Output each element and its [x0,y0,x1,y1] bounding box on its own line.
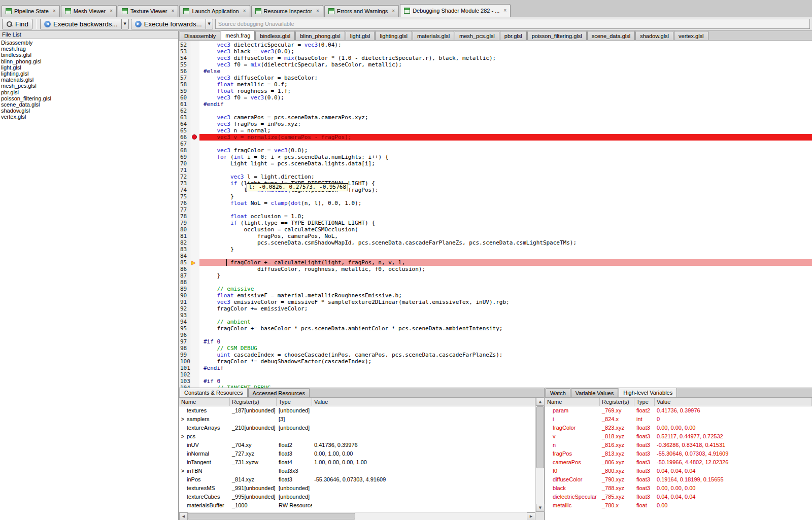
code-line[interactable] [199,332,812,338]
line-number[interactable]: 100 [179,358,190,365]
line-number[interactable]: 98 [179,345,190,352]
table-row-black[interactable]: >black_788.xyzfloat30.00, 0.00, 0.00 [545,484,812,493]
line-number[interactable]: 77 [179,206,190,213]
line-number[interactable]: 72 [179,174,190,180]
gutter-margin[interactable] [190,174,199,180]
line-number[interactable]: 56 [179,68,190,75]
gutter-margin[interactable] [190,246,199,253]
window-tab-mesh-viewer[interactable]: Mesh Viewer× [61,5,117,17]
code-line[interactable]: #endif [199,101,812,108]
close-icon[interactable]: × [172,9,175,14]
gutter-margin[interactable] [190,371,199,378]
line-number[interactable]: 57 [179,75,190,81]
gutter-margin[interactable] [190,101,199,108]
gutter-margin[interactable] [190,299,199,305]
table-row-fragcolor[interactable]: >fragColor_823.xyzfloat30.00, 0.00, 0.00 [545,424,812,432]
code-line[interactable] [199,167,812,174]
gutter-margin[interactable] [190,61,199,68]
table-row-materialsbuffer[interactable]: >materialsBuffer_1000RW Resource [179,501,535,510]
code-line[interactable]: vec3 f0 = mix(dielectricSpecular, baseCo… [199,61,812,68]
editor-tab-lighting-glsl[interactable]: lighting.glsl [375,31,412,40]
gutter-margin[interactable] [190,352,199,358]
line-number[interactable]: 59 [179,88,190,94]
close-icon[interactable]: × [392,9,395,14]
close-icon[interactable]: × [53,9,56,14]
gutter-margin[interactable] [190,233,199,239]
line-number[interactable]: 63 [179,114,190,121]
code-line[interactable]: vec3 fragColor = vec3(0.0); [199,147,812,154]
line-number[interactable]: 66 [179,134,190,141]
line-number[interactable]: 80 [179,226,190,233]
window-tab-errors-and-warnings[interactable]: Errors and Warnings× [324,5,399,17]
gutter-margin[interactable] [190,206,199,213]
gutter-margin[interactable] [190,75,199,81]
gutter-margin[interactable] [190,345,199,352]
table-row-inpos[interactable]: >inPos_814.xyzfloat3-55.30646, 0.07303, … [179,475,535,484]
gutter-margin[interactable] [190,319,199,325]
code-line[interactable] [199,312,812,319]
line-number[interactable]: 93 [179,312,190,319]
column-header-register-s[interactable]: Register(s) [230,398,277,406]
line-number[interactable]: 75 [179,193,190,200]
code-line[interactable]: fragColor += baseColor * pcs.sceneData.a… [199,325,812,332]
code-line[interactable] [199,206,812,213]
window-tab-resource-inspector[interactable]: Resource Inspector× [251,5,323,17]
code-line[interactable]: fragColor += emissiveColor; [199,305,812,312]
code-editor[interactable]: 52 vec3 dielectricSpecular = vec3(0.04);… [179,41,812,388]
line-number[interactable]: 90 [179,292,190,299]
gutter-margin[interactable] [190,193,199,200]
code-line[interactable]: pcs.sceneData.csmShadowMapId, pcs.sceneD… [199,239,812,246]
code-line[interactable]: vec3 f0 = vec3(0.0); [199,94,812,101]
line-number[interactable]: 82 [179,239,190,246]
line-number[interactable]: 69 [179,154,190,160]
line-number[interactable]: 71 [179,167,190,174]
line-number[interactable]: 87 [179,272,190,279]
line-number[interactable]: 67 [179,141,190,147]
editor-tab-pbr-glsl[interactable]: pbr.glsl [500,31,527,40]
window-tab-debugging-shader-module-282[interactable]: Debugging Shader Module 282 - ...× [400,4,511,17]
file-list-item-bindless-glsl[interactable]: bindless.glsl [1,52,178,58]
vertical-scrollbar-thumb[interactable] [536,406,544,468]
gutter-margin[interactable] [190,305,199,312]
code-line[interactable]: // ambient [199,319,812,325]
editor-tab-materials-glsl[interactable]: materials.glsl [413,31,454,40]
gutter-margin[interactable] [190,134,199,141]
editor-tab-vertex-glsl[interactable]: vertex.glsl [674,31,708,40]
editor-tab-scene-data-glsl[interactable]: scene_data.glsl [587,31,635,40]
gutter-margin[interactable] [190,88,199,94]
gutter-margin[interactable] [190,220,199,226]
expand-icon[interactable]: > [181,468,186,474]
window-tab-texture-viewer[interactable]: Texture Viewer× [118,5,178,17]
close-icon[interactable]: × [316,9,319,14]
execute-forwards-dropdown-icon[interactable]: ▼ [206,19,213,29]
code-line[interactable]: vec3 emissiveColor = emissiveF * sampleT… [199,299,812,305]
line-number[interactable]: 54 [179,55,190,61]
line-number[interactable]: 64 [179,121,190,127]
line-number[interactable]: 88 [179,279,190,286]
code-line[interactable]: if (light.type == TYPE_DIRECTIONAL_LIGHT… [199,220,812,226]
close-icon[interactable]: × [503,8,506,13]
close-icon[interactable]: × [110,9,113,14]
line-number[interactable]: 91 [179,299,190,305]
code-line[interactable]: vec3 cameraPos = pcs.sceneData.cameraPos… [199,114,812,121]
line-number[interactable]: 52 [179,42,190,48]
line-number[interactable]: 99 [179,352,190,358]
editor-tab-mesh-frag[interactable]: mesh.frag [221,30,255,40]
table-row-textures[interactable]: >textures_187[unbounded][unbounded] [179,406,535,415]
line-number[interactable]: 73 [179,180,190,187]
horizontal-scrollbar-thumb[interactable] [188,513,355,519]
file-list-item-pbr-glsl[interactable]: pbr.glsl [1,89,178,95]
table-row-metallic[interactable]: >metallic_780.xfloat0.00 [545,501,812,510]
line-number[interactable]: 78 [179,213,190,220]
line-number[interactable]: 76 [179,200,190,206]
line-number[interactable]: 83 [179,246,190,253]
code-line[interactable]: } [199,272,812,279]
gutter-margin[interactable] [190,55,199,61]
editor-tab-bindless-glsl[interactable]: bindless.glsl [255,31,295,40]
code-line[interactable]: vec3 l = light.direction; [199,174,812,180]
line-number[interactable]: 60 [179,94,190,101]
gutter-margin[interactable] [190,266,199,272]
file-list-item-blinn-phong-glsl[interactable]: blinn_phong.glsl [1,58,178,64]
gutter-margin[interactable] [190,253,199,259]
table-row-i[interactable]: >i_824.xint0 [545,415,812,424]
